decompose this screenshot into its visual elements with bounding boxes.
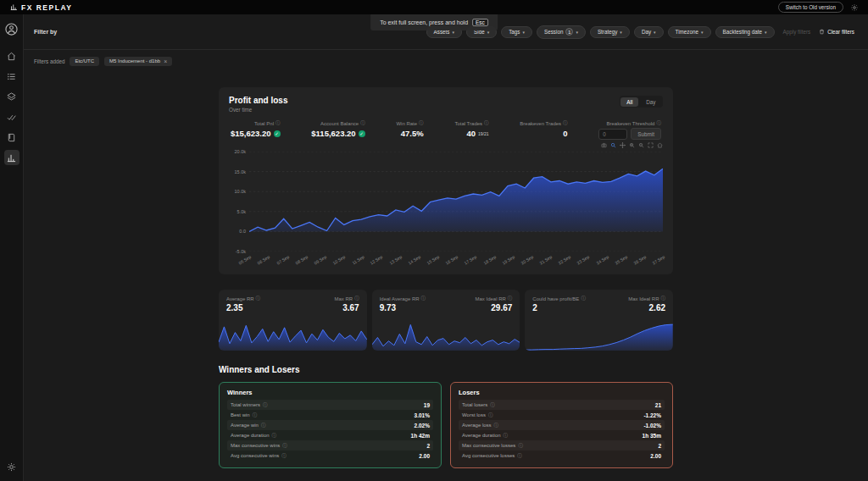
row-value: 3.01%	[415, 412, 430, 418]
list-icon[interactable]	[4, 69, 19, 84]
row-value: 2.00	[650, 453, 661, 459]
metric-label: Max RR	[335, 296, 353, 301]
info-circle-icon[interactable]: ⓘ	[263, 402, 268, 408]
info-circle-icon[interactable]: ⓘ	[256, 296, 261, 301]
info-circle-icon[interactable]: ⓘ	[656, 120, 661, 126]
info-circle-icon[interactable]: ⓘ	[419, 120, 424, 126]
chevron-down-icon: ▾	[522, 30, 525, 35]
metric-value: 2	[532, 303, 537, 312]
profit-and-loss-card: Profit and loss Over time All Day Total …	[219, 87, 673, 274]
info-circle-icon[interactable]: ⓘ	[272, 433, 277, 439]
could-have-profit-card: Could have profit/BEⓘ Max Ideal RRⓘ 2 2.…	[525, 290, 673, 351]
average-rr-card: Average RRⓘ Max RRⓘ 2.35 3.67	[219, 290, 367, 351]
zoom-out-icon[interactable]	[638, 142, 644, 150]
info-circle-icon[interactable]: ⓘ	[504, 433, 509, 439]
equity-chart-area: 20.0k15.0k10.0k5.0k0.0-5.0k	[229, 152, 663, 252]
info-circle-icon[interactable]: ⓘ	[661, 296, 666, 301]
info-circle-icon[interactable]: ⓘ	[281, 453, 287, 459]
double-check-icon[interactable]	[4, 109, 19, 124]
info-circle-icon[interactable]: ⓘ	[360, 120, 365, 126]
info-circle-icon[interactable]: ⓘ	[275, 120, 281, 126]
apply-filters-button[interactable]: Apply filters	[783, 29, 811, 35]
metric-label: Max Ideal RR	[475, 296, 505, 301]
info-circle-icon[interactable]: ⓘ	[484, 120, 489, 126]
x-tick-label: 25 Sep	[614, 254, 628, 265]
row-value: -1.02%	[643, 423, 661, 428]
stat-label: Breakeven Threshold	[607, 121, 655, 126]
row-value: 19	[424, 402, 430, 408]
row-label: Max consecutive wins	[231, 443, 280, 448]
winners-title: Winners	[227, 389, 433, 396]
info-circle-icon[interactable]: ⓘ	[508, 296, 513, 301]
stat-value: $15,623.20	[231, 129, 271, 138]
table-row: Average durationⓘ1h 42m	[227, 430, 433, 440]
filter-session-dropdown[interactable]: Session1▾	[537, 25, 586, 39]
info-circle-icon[interactable]: ⓘ	[488, 412, 493, 418]
pan-icon[interactable]	[620, 142, 626, 150]
info-circle-icon[interactable]: ⓘ	[261, 423, 266, 428]
breakeven-threshold-input[interactable]	[598, 129, 627, 140]
app-logo[interactable]: FX REPLAY	[10, 3, 72, 12]
equity-chart[interactable]	[249, 152, 663, 252]
toggle-all-button[interactable]: All	[620, 97, 638, 107]
autoscale-icon[interactable]	[648, 142, 654, 150]
switch-old-version-button[interactable]: Switch to Old version	[778, 2, 843, 13]
chart-toolbar	[229, 142, 663, 150]
book-icon[interactable]	[4, 130, 19, 145]
info-circle-icon[interactable]: ⓘ	[494, 423, 499, 428]
filter-tags-dropdown[interactable]: Tags▾	[501, 26, 532, 38]
filter-timezone-dropdown[interactable]: Timezone▾	[668, 26, 711, 38]
ideal-average-rr-chart[interactable]	[372, 323, 520, 351]
close-x-icon[interactable]: ×	[164, 59, 167, 64]
submit-button[interactable]: Submit	[631, 128, 661, 140]
stat-account-balance: Account Balanceⓘ $115,623.20✓	[311, 120, 364, 140]
info-circle-icon[interactable]: ⓘ	[490, 402, 495, 408]
info-circle-icon[interactable]: ⓘ	[421, 296, 426, 301]
could-have-profit-chart[interactable]	[525, 323, 673, 351]
clear-filters-button[interactable]: Clear filters	[819, 29, 854, 35]
info-circle-icon[interactable]: ⓘ	[517, 453, 522, 459]
table-row: Max consecutive winsⓘ2	[227, 440, 433, 451]
sidebar	[0, 14, 24, 481]
camera-icon[interactable]	[601, 142, 607, 150]
user-icon[interactable]	[4, 21, 19, 36]
info-circle-icon[interactable]: ⓘ	[518, 443, 523, 449]
filter-backtesting-date-dropdown[interactable]: Backtesting date▾	[715, 26, 775, 38]
stat-total-pnl: Total Pnlⓘ $15,623.20✓	[231, 120, 281, 140]
info-circle-icon[interactable]: ⓘ	[354, 296, 359, 301]
stat-value: 40	[466, 129, 476, 138]
stat-breakeven-trades: Breakeven Tradesⓘ 0	[520, 120, 567, 140]
dropdown-label: Session	[544, 29, 563, 35]
gear-icon[interactable]	[4, 459, 19, 474]
average-rr-chart[interactable]	[219, 323, 367, 351]
filter-tag-timezone[interactable]: Etc/UTC	[70, 57, 99, 66]
filter-day-dropdown[interactable]: Day▾	[634, 26, 664, 38]
info-circle-icon[interactable]: ⓘ	[581, 296, 586, 301]
filter-tag-strategy[interactable]: M5 Inducement - d1bb×	[104, 57, 172, 66]
table-row: Avg consecutive lossesⓘ2.00	[459, 451, 665, 461]
clear-filters-label: Clear filters	[827, 29, 854, 35]
zoom-icon[interactable]	[610, 142, 616, 150]
stat-breakeven-threshold: Breakeven Thresholdⓘ Submit	[598, 120, 661, 140]
layers-icon[interactable]	[4, 89, 19, 104]
row-label: Worst loss	[462, 412, 486, 417]
metric-label: Max Ideal RR	[628, 296, 659, 301]
toggle-day-button[interactable]: Day	[640, 97, 661, 107]
equity-y-axis: 20.0k15.0k10.0k5.0k0.0-5.0k	[229, 152, 249, 252]
info-circle-icon[interactable]: ⓘ	[282, 443, 287, 449]
filter-strategy-dropdown[interactable]: Strategy▾	[590, 26, 630, 38]
zoom-in-icon[interactable]	[629, 142, 635, 150]
row-label: Avg consecutive losses	[462, 453, 515, 458]
y-tick-label: 0.0	[239, 229, 246, 234]
row-label: Average loss	[462, 423, 492, 428]
bar-chart-icon[interactable]	[4, 150, 19, 165]
home-icon[interactable]	[4, 48, 19, 64]
y-tick-label: 10.0k	[235, 189, 246, 194]
reset-axes-home-icon[interactable]	[657, 142, 663, 150]
check-circle-icon: ✓	[359, 130, 365, 137]
info-circle-icon[interactable]: ⓘ	[563, 120, 568, 126]
theme-toggle-icon[interactable]	[851, 4, 858, 11]
info-circle-icon[interactable]: ⓘ	[253, 412, 258, 418]
x-tick-label: 06 Sep	[257, 254, 271, 265]
ideal-average-rr-card: Ideal Average RRⓘ Max Ideal RRⓘ 9.73 29.…	[372, 290, 520, 351]
